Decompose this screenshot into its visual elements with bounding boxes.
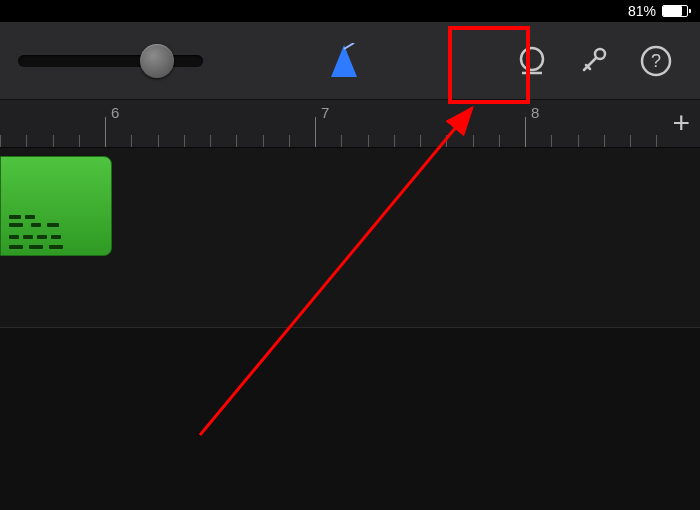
track-area[interactable] (0, 148, 700, 328)
ruler-tick-minor (446, 135, 447, 147)
toolbar: ? (0, 22, 700, 100)
midi-note (47, 223, 59, 227)
midi-note (29, 245, 43, 249)
midi-note (37, 235, 47, 239)
ruler-bar-label: 6 (111, 104, 119, 121)
ruler-tick-minor (53, 135, 54, 147)
ruler-tick-minor (499, 135, 500, 147)
midi-note (9, 245, 23, 249)
midi-note (9, 215, 21, 219)
settings-button[interactable] (568, 35, 620, 87)
ruler-tick-major (105, 117, 106, 147)
ruler-tick-major (525, 117, 526, 147)
ruler-tick-minor (158, 135, 159, 147)
ruler-tick-minor (79, 135, 80, 147)
battery-icon (662, 5, 688, 17)
svg-marker-0 (331, 45, 357, 77)
ruler-tick-minor (263, 135, 264, 147)
svg-text:?: ? (651, 51, 661, 71)
ruler-tick-minor (341, 135, 342, 147)
ruler-tick-minor (420, 135, 421, 147)
ruler-tick-minor (604, 135, 605, 147)
ruler-tick-minor (26, 135, 27, 147)
ruler-tick-minor (656, 135, 657, 147)
loop-button[interactable] (506, 35, 558, 87)
volume-slider[interactable] (18, 55, 203, 67)
ruler-tick-minor (630, 135, 631, 147)
midi-note (49, 245, 63, 249)
svg-line-1 (344, 43, 354, 49)
midi-note (31, 223, 41, 227)
ruler-tick-minor (473, 135, 474, 147)
ruler-tick-minor (0, 135, 1, 147)
ruler-tick-minor (184, 135, 185, 147)
midi-note (23, 235, 33, 239)
ruler-tick-minor (578, 135, 579, 147)
midi-note (51, 235, 61, 239)
help-button[interactable]: ? (630, 35, 682, 87)
midi-note (25, 215, 35, 219)
ruler-tick-minor (289, 135, 290, 147)
slider-knob[interactable] (140, 44, 174, 78)
ruler-tick-minor (368, 135, 369, 147)
ruler-bar-label: 7 (321, 104, 329, 121)
lower-panel (0, 328, 700, 510)
ruler-tick-minor (131, 135, 132, 147)
status-bar: 81% (0, 0, 700, 22)
svg-point-2 (521, 48, 543, 70)
ruler-bar-label: 8 (531, 104, 539, 121)
ruler-tick-minor (394, 135, 395, 147)
ruler-tick-minor (551, 135, 552, 147)
timeline-ruler[interactable]: + 678 (0, 100, 700, 148)
metronome-button[interactable] (318, 35, 370, 87)
midi-region[interactable] (0, 156, 112, 256)
midi-note (9, 235, 19, 239)
midi-note (9, 223, 23, 227)
add-track-button[interactable]: + (672, 108, 690, 138)
battery-fill (663, 6, 682, 16)
ruler-tick-major (315, 117, 316, 147)
ruler-tick-minor (210, 135, 211, 147)
ruler-tick-minor (236, 135, 237, 147)
battery-percent-label: 81% (628, 3, 656, 19)
